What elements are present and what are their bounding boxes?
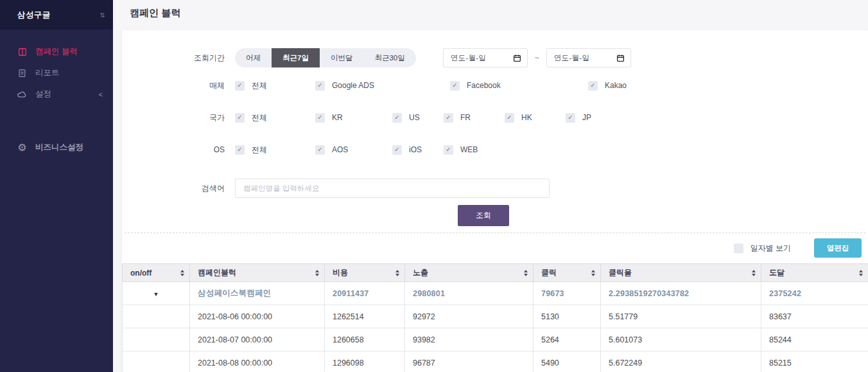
checkbox-unchecked-icon: [734, 244, 743, 253]
column-header-ctr[interactable]: 클릭율: [601, 264, 761, 282]
column-header-cost[interactable]: 비용: [325, 264, 405, 282]
column-header-campaign-block[interactable]: 캠페인블럭: [190, 264, 325, 282]
sort-icon: [591, 270, 595, 276]
sidebar-collapse-icon[interactable]: ⇅: [100, 12, 105, 19]
checkbox-checked-icon: ✓: [450, 81, 460, 91]
os-checkbox-all[interactable]: ✓ 전체: [235, 145, 315, 155]
os-checkbox-web[interactable]: ✓ WEB: [444, 145, 478, 155]
country-checkbox-kr[interactable]: ✓ KR: [315, 113, 392, 123]
cell-impressions: 93982: [405, 328, 534, 351]
media-checkbox-google-ads[interactable]: ✓ Google ADS: [315, 81, 450, 91]
cell-ctr: 2.2938519270343782: [601, 282, 761, 305]
cell-ctr: 5.601073: [601, 328, 761, 351]
os-checkbox-aos[interactable]: ✓ AOS: [315, 145, 392, 155]
sidebar-item-label: 리포트: [35, 67, 60, 78]
cell-reach: 83637: [761, 305, 868, 328]
expand-toggle-icon[interactable]: ▼: [153, 291, 159, 297]
cell-clicks: 5490: [534, 351, 601, 372]
date-range: 연도-월-일 ~ 연도-월-일: [443, 48, 631, 67]
cloud-settings-icon: [17, 89, 27, 99]
table-header-row: on/off 캠페인블럭 비용 노출 클릭 클릭율 도달: [123, 264, 868, 282]
sort-icon: [395, 270, 399, 276]
sort-icon: [180, 270, 184, 276]
checkbox-checked-icon: ✓: [315, 145, 325, 155]
table-row: 2021-08-06 00:00:00 1262514 92972 5130 5…: [123, 305, 868, 328]
sidebar-item-label: 설정: [35, 89, 51, 100]
filter-panel: 조회기간 어제 최근7일 이번달 최근30일 연도-월-일 ~ 연도-월-일: [122, 30, 868, 226]
end-date-input[interactable]: 연도-월-일: [546, 48, 631, 67]
media-label: 매체: [122, 80, 225, 91]
table-row: 2021-08-08 00:00:00 1296098 96787 5490 5…: [123, 351, 868, 372]
cell-date: 2021-08-07 00:00:00: [190, 328, 325, 351]
os-checkbox-ios[interactable]: ✓ iOS: [392, 145, 444, 155]
sidebar-item-business-settings[interactable]: ⚙ 비즈니스설정: [0, 137, 113, 158]
divider: [125, 233, 865, 233]
os-label: OS: [122, 145, 225, 154]
country-checkbox-hk[interactable]: ✓ HK: [505, 113, 566, 123]
cell-clicks: 5130: [534, 305, 601, 328]
cell-date: 2021-08-08 00:00:00: [190, 351, 325, 372]
table-toolbar: 일자별 보기 열편집: [122, 238, 868, 258]
start-date-input[interactable]: 연도-월-일: [443, 48, 528, 67]
filter-row-search: 검색어: [122, 178, 868, 199]
sidebar: 삼성구글 ⇅ 캠페인 블럭 리포트 설정 < ⚙ 비즈니스설정: [0, 0, 113, 372]
cell-reach: 85215: [761, 351, 868, 372]
country-label: 국가: [122, 112, 225, 123]
sort-icon: [752, 270, 756, 276]
media-checkbox-all[interactable]: ✓ 전체: [235, 80, 315, 91]
search-label: 검색어: [122, 183, 225, 194]
cell-reach: 85244: [761, 328, 868, 351]
checkbox-checked-icon: ✓: [315, 113, 325, 123]
search-input[interactable]: [235, 179, 550, 198]
end-date-placeholder: 연도-월-일: [554, 53, 589, 63]
gear-icon: ⚙: [17, 143, 27, 152]
cell-impressions: 92972: [405, 305, 534, 328]
period-thismonth-button[interactable]: 이번달: [320, 48, 364, 67]
country-checkbox-fr[interactable]: ✓ FR: [444, 113, 505, 123]
filter-row-country: 국가 ✓ 전체 ✓ KR ✓ US ✓ FR: [122, 112, 868, 123]
sidebar-item-settings[interactable]: 설정 <: [0, 84, 113, 105]
media-checkbox-facebook[interactable]: ✓ Facebook: [450, 81, 588, 91]
campaign-table: on/off 캠페인블럭 비용 노출 클릭 클릭율 도달 ▼ 삼성페이스북캠페인…: [122, 263, 868, 372]
calendar-icon: [616, 54, 625, 62]
checkbox-checked-icon: ✓: [392, 113, 402, 123]
column-header-impressions[interactable]: 노출: [405, 264, 534, 282]
date-range-separator: ~: [535, 53, 539, 62]
country-checkbox-us[interactable]: ✓ US: [392, 113, 444, 123]
search-submit-button[interactable]: 조회: [458, 205, 509, 226]
checkbox-checked-icon: ✓: [392, 145, 402, 155]
checkbox-checked-icon: ✓: [235, 113, 245, 123]
checkbox-checked-icon: ✓: [444, 145, 453, 155]
checkbox-checked-icon: ✓: [444, 113, 453, 123]
media-checkbox-kakao[interactable]: ✓ Kakao: [588, 81, 627, 91]
sidebar-item-campaign-block[interactable]: 캠페인 블럭: [0, 41, 113, 62]
column-header-reach[interactable]: 도달: [761, 264, 868, 282]
column-header-clicks[interactable]: 클릭: [534, 264, 601, 282]
checkbox-checked-icon: ✓: [505, 113, 514, 123]
cell-campaign: 삼성페이스북캠페인: [190, 282, 325, 305]
sort-icon: [524, 270, 528, 276]
kanban-icon: [17, 47, 27, 57]
sidebar-menu: 캠페인 블럭 리포트 설정 < ⚙ 비즈니스설정: [0, 30, 113, 158]
period-yesterday-button[interactable]: 어제: [235, 48, 272, 67]
country-checkbox-jp[interactable]: ✓ JP: [566, 113, 591, 123]
cell-cost: 1260658: [325, 328, 405, 351]
period-last30days-button[interactable]: 최근30일: [363, 48, 415, 67]
cell-ctr: 5.51779: [601, 305, 761, 328]
filter-row-os: OS ✓ 전체 ✓ AOS ✓ iOS ✓ WEB: [122, 145, 868, 155]
chevron-left-icon: <: [99, 91, 103, 98]
country-checkbox-all[interactable]: ✓ 전체: [235, 112, 315, 123]
cell-clicks: 5264: [534, 328, 601, 351]
checkbox-checked-icon: ✓: [235, 145, 245, 155]
document-icon: [17, 68, 27, 78]
column-edit-button[interactable]: 열편집: [814, 238, 862, 258]
daily-view-checkbox[interactable]: 일자별 보기: [734, 243, 791, 254]
sidebar-header: 삼성구글 ⇅: [0, 0, 113, 30]
sidebar-item-label: 캠페인 블럭: [35, 46, 78, 57]
period-label: 조회기간: [122, 53, 225, 64]
filter-row-period: 조회기간 어제 최근7일 이번달 최근30일 연도-월-일 ~ 연도-월-일: [122, 48, 868, 67]
sidebar-item-report[interactable]: 리포트: [0, 62, 113, 84]
content-card: 조회기간 어제 최근7일 이번달 최근30일 연도-월-일 ~ 연도-월-일: [122, 30, 868, 372]
period-last7days-button[interactable]: 최근7일: [272, 48, 320, 67]
column-header-onoff[interactable]: on/off: [123, 264, 190, 282]
